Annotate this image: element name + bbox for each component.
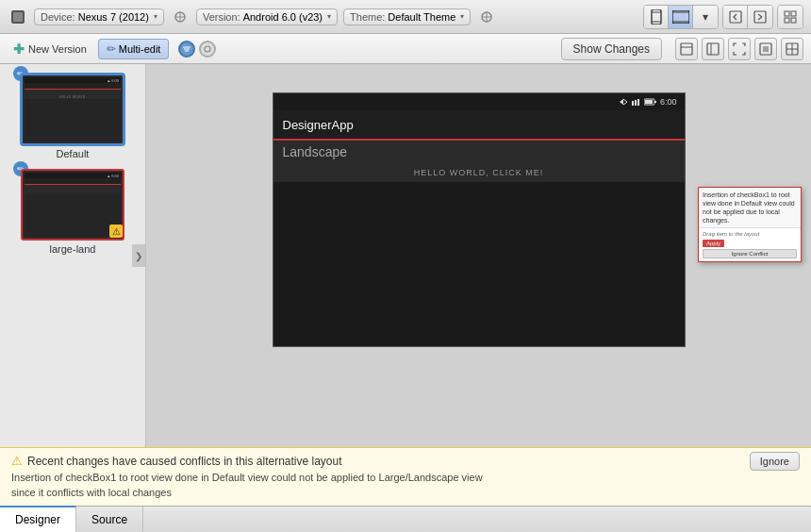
orientation-label: Landscape [283,144,348,159]
toolbar-right: ▾ [643,5,803,29]
view-mode-group: ▾ [643,5,719,29]
warning-title: Recent changes have caused conflicts in … [27,455,342,468]
conflict-ignore-button[interactable]: Ignore Conflict [703,249,797,258]
device-label: Device: [41,11,75,23]
warning-text-content: Insertion of checkBox1 to root view done… [11,472,483,497]
svg-point-25 [205,46,210,52]
default-label: Default [21,148,124,159]
version-selector[interactable]: Version: Android 6.0 (v23) ▾ [196,8,338,25]
svg-rect-19 [791,11,796,16]
grid-view-btn[interactable] [778,6,803,28]
device-config-icon[interactable] [170,7,190,27]
layout-icons [675,38,803,60]
theme-label: Theme: [350,11,385,23]
device-selector[interactable]: Device: Nexus 7 (2012) ▾ [34,8,164,25]
status-icons: 6:00 [618,97,677,107]
version-dropdown-arrow: ▾ [327,12,331,21]
app-icon-btn[interactable] [8,7,28,27]
large-land-label: large-land [21,243,124,255]
default-thumbnail-container: ✏ ▲ 6:00 HELLO WORLD Default [21,74,124,159]
bottom-warning: Ignore ⚠ Recent changes have caused conf… [0,447,811,506]
conflict-popup-header: Insertion of checkBox1 to root view done… [699,188,801,228]
svg-rect-41 [654,101,656,103]
ignore-button[interactable]: Ignore [750,452,800,471]
phone-view-btn[interactable] [644,6,669,28]
forward-btn[interactable] [748,6,772,28]
show-changes-button[interactable]: Show Changes [561,38,662,60]
warning-triangle-icon: ⚠ [11,454,23,468]
conflict-drag-text: Drag item to the layout [703,231,797,237]
tablet-view-btn[interactable] [669,6,693,28]
hello-world-text: HELLO WORLD, CLICK ME! [414,168,544,177]
theme-config-icon[interactable] [476,7,497,27]
layout-icon-fullscreen[interactable] [728,38,751,60]
conflict-header-text: Insertion of checkBox1 to root view done… [703,191,795,224]
conflict-apply-button[interactable]: Apply [703,240,724,247]
svg-rect-37 [632,101,634,106]
config-icons [178,41,216,58]
svg-rect-20 [785,18,789,23]
app-name: DesignerApp [283,118,354,132]
main-content: ✏ ▲ 6:00 HELLO WORLD Default ✏ ▲ 6:00 [0,64,811,447]
second-toolbar: ✚ New Version ✏ Multi-edit Show Changes [0,34,811,64]
config-icon-1[interactable] [178,41,195,58]
svg-rect-15 [754,11,766,23]
warning-icon: ⚠ [109,224,123,238]
tab-designer-label: Designer [15,513,60,526]
layout-icon-3[interactable] [754,38,777,60]
svg-rect-39 [637,99,639,106]
pencil-icon: ✏ [107,42,116,56]
phone-frame: 6:00 DesignerApp Landscape HELLO WORLD, … [273,92,686,347]
svg-line-17 [758,17,762,20]
tab-source[interactable]: Source [76,507,143,532]
back-btn[interactable] [723,6,748,28]
top-toolbar: Device: Nexus 7 (2012) ▾ Version: Androi… [0,0,811,34]
phone-app-bar: DesignerApp [273,110,685,141]
version-value: Android 6.0 (v23) [243,11,323,23]
time-display: 6:00 [660,97,677,107]
svg-line-16 [758,14,762,17]
warning-header: ⚠ Recent changes have caused conflicts i… [11,454,750,468]
layout-group [777,5,803,29]
version-label: Version: [203,11,240,23]
bottom-tabs: Designer Source [0,506,811,532]
theme-selector[interactable]: Theme: Default Theme ▾ [343,8,471,25]
phone-status-bar: 6:00 [273,93,685,110]
hello-world-bar: HELLO WORLD, CLICK ME! [273,163,685,182]
phone-title-bar: Landscape [273,141,685,163]
action-group [722,5,773,29]
theme-dropdown-arrow: ▾ [460,12,464,21]
default-thumbnail[interactable]: ▲ 6:00 HELLO WORLD [21,74,124,145]
svg-rect-14 [730,11,741,23]
new-version-label: New Version [28,43,87,55]
device-value: Nexus 7 (2012) [78,11,149,23]
tab-designer[interactable]: Designer [0,506,76,532]
svg-rect-28 [707,43,719,55]
large-land-thumbnail-container: ✏ ▲ 6:00 ⚠ large-land [21,169,124,255]
svg-rect-42 [645,100,653,104]
tablet-dropdown-btn[interactable]: ▾ [693,6,718,28]
canvas-area: 6:00 DesignerApp Landscape HELLO WORLD, … [146,64,811,447]
svg-rect-26 [681,43,692,55]
theme-value: Default Theme [388,11,455,23]
svg-rect-18 [785,11,789,16]
multi-edit-button[interactable]: ✏ Multi-edit [98,39,170,59]
layout-icon-2[interactable] [702,38,724,60]
layout-icon-1[interactable] [675,38,698,60]
plus-icon: ✚ [13,42,25,57]
new-version-button[interactable]: ✚ New Version [8,40,92,58]
device-dropdown-arrow: ▾ [154,12,157,21]
svg-rect-8 [652,9,661,25]
warning-text: Insertion of checkBox1 to root view done… [11,471,800,500]
tab-source-label: Source [91,513,127,526]
layout-icon-4[interactable] [781,38,803,60]
conflict-popup: Insertion of checkBox1 to root view done… [698,187,802,262]
conflict-popup-body: Drag item to the layout Apply Ignore Con… [699,228,801,261]
conflict-buttons: Apply [703,240,797,247]
svg-rect-21 [791,18,796,23]
nav-arrow-right[interactable]: ❯ [132,244,145,267]
multi-edit-label: Multi-edit [119,43,161,55]
config-icon-2[interactable] [199,41,216,58]
left-panel: ✏ ▲ 6:00 HELLO WORLD Default ✏ ▲ 6:00 [0,64,146,447]
svg-rect-38 [635,100,637,106]
